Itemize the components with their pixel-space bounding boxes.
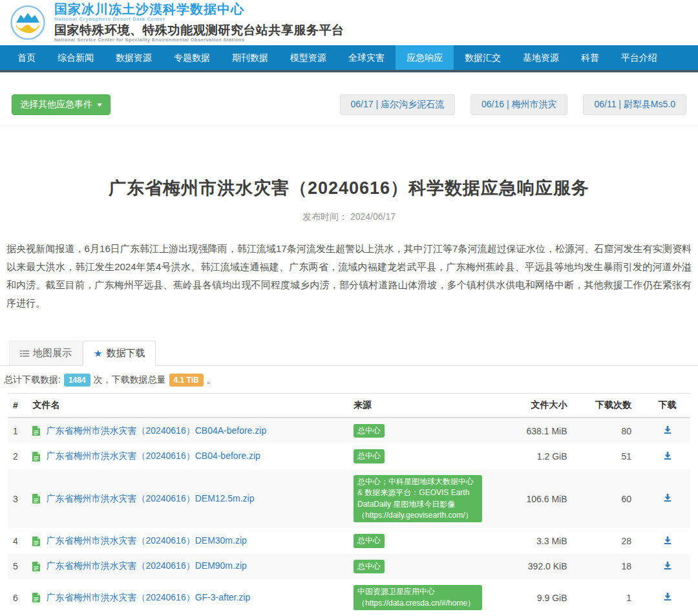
nav-item[interactable]: 期刊数据 [221,45,279,70]
file-link[interactable]: 广东省梅州市洪水灾害（20240616）DEM30m.zip [46,535,246,547]
download-total-badge: 4.1 TiB [169,374,204,387]
event-summary: 据央视新闻报道，6月16日广东韩江上游出现强降雨，韩江流域17条河流发生超警以上… [6,240,692,312]
col-source: 来源 [348,394,487,418]
source-badge: 中国资源卫星应用中心（https://data.cresda.cn/#/home… [354,585,482,610]
table-header-row: # 文件名 来源 文件大小 下载次数 下载 [8,394,690,418]
table-row: 1 广 [8,418,690,443]
nav-item[interactable]: 科普 [570,45,610,70]
tab-map-label: 地图展示 [33,347,72,359]
row-seq: 2 [8,443,27,469]
file-icon [32,452,41,462]
tab-data-download[interactable]: ★ 数据下载 [83,341,156,366]
tab-map-display[interactable]: 地图展示 [9,341,83,365]
file-link[interactable]: 广东省梅州市洪水灾害（20240616）DEM90m.zip [46,560,246,572]
row-seq: 6 [8,579,27,616]
row-seq: 4 [8,528,27,553]
main-nav: 首页综合新闻数据资源专题数据期刊数据模型资源全球灾害应急响应数据汇交基地资源科普… [0,45,698,72]
download-stats: 总计下载数据: 1484 次，下载数据总量 4.1 TiB 。 [4,374,698,387]
col-seq: # [8,394,27,418]
nav-item[interactable]: 首页 [6,45,47,70]
file-icon [32,593,41,602]
nav-item[interactable]: 全球灾害 [337,45,396,70]
page-title: 广东省梅州市洪水灾害（20240616）科学数据应急响应服务 [0,176,698,200]
select-event-label: 选择其他应急事件 [20,99,92,111]
download-count: 18 [573,554,644,579]
source-badge: 总中心 [354,560,385,573]
file-link[interactable]: 广东省梅州市洪水灾害（20240616）DEM12.5m.zip [46,493,254,505]
col-filename: 文件名 [27,394,348,418]
download-icon[interactable] [663,536,672,545]
download-icon[interactable] [663,592,672,601]
table-row: 3 广 [8,469,690,529]
file-link[interactable]: 广东省梅州市洪水灾害（20240616）CB04-before.zip [46,451,260,462]
nav-item[interactable]: 数据汇交 [454,45,512,70]
download-count: 28 [573,528,644,553]
table-row: 5 广 [8,554,690,579]
file-link[interactable]: 广东省梅州市洪水灾害（20240616）CB04A-before.zip [46,425,266,437]
event-chip[interactable]: 06/17 | 庙尔沟乡泥石流 [340,94,455,115]
site-logo-icon[interactable] [10,5,45,40]
row-seq: 3 [8,469,27,529]
event-chip[interactable]: 06/11 | 尉犁县Ms5.0 [583,94,686,115]
file-icon [32,426,41,436]
star-icon: ★ [94,348,102,359]
download-icon[interactable] [663,493,672,502]
site-subtitle-en: National Service Center for Speciality E… [54,37,344,43]
download-icon[interactable] [663,451,672,460]
tab-bar: 地图展示 ★ 数据下载 [0,341,698,366]
file-size: 3.3 MiB [487,528,573,553]
nav-item[interactable]: 专题数据 [163,45,221,70]
col-filesize: 文件大小 [487,394,573,418]
divider [0,125,698,126]
tab-download-label: 数据下载 [106,347,145,359]
download-count: 51 [573,443,644,469]
publish-date: 2024/06/17 [350,211,396,222]
file-size: 638.1 MiB [487,418,573,443]
download-count: 1 [573,579,644,616]
source-badge: 总中心 [354,424,385,438]
file-size: 9.9 GiB [487,579,573,616]
source-badge: 总中心 [354,449,385,463]
file-icon [32,562,41,571]
main-content: 广东省梅州市洪水灾害（20240616）科学数据应急响应服务 发布时间： 202… [0,176,698,616]
events-row: 选择其他应急事件 06/17 | 庙尔沟乡泥石流06/16 | 梅州市洪灾06/… [0,94,698,115]
download-count: 60 [573,469,644,529]
caret-down-icon [97,103,102,107]
nav-item[interactable]: 平台介绍 [610,45,668,70]
download-table: # 文件名 来源 文件大小 下载次数 下载 1 [8,393,690,616]
source-badge: 总中心 [354,534,385,547]
list-icon [20,350,29,357]
site-header: 国家冰川冻土沙漠科学数据中心 National Cryosphere Deser… [0,0,698,45]
download-count: 80 [573,418,644,443]
stats-prefix: 总计下载数据: [4,374,61,386]
download-icon[interactable] [663,425,672,434]
table-row: 2 广 [8,443,690,469]
site-title-en: National Cryosphere Desert Data Center [54,17,344,22]
col-downloads: 下载次数 [573,394,644,418]
file-icon [32,536,41,546]
stats-middle: 次，下载数据总量 [94,374,166,386]
table-row: 6 广 [8,579,690,616]
nav-item[interactable]: 数据资源 [105,45,163,70]
stats-suffix: 。 [207,374,216,386]
file-link[interactable]: 广东省梅州市洪水灾害（20240616）GF-3-after.zip [46,592,250,604]
nav-item[interactable]: 基地资源 [512,45,570,70]
source-badge: 总中心；中科星图地球大数据中心 & 数据来源平台：GEOVIS Earth Da… [354,475,482,523]
publish-label: 发布时间： [302,211,348,222]
table-row: 4 广 [8,528,690,553]
site-title-cn: 国家冰川冻土沙漠科学数据中心 [54,3,344,16]
row-seq: 1 [8,418,27,443]
event-chips: 06/17 | 庙尔沟乡泥石流06/16 | 梅州市洪灾06/11 | 尉犁县M… [340,94,686,115]
nav-item[interactable]: 模型资源 [279,45,337,70]
download-icon[interactable] [663,561,672,570]
file-icon [32,494,41,504]
download-count-badge: 1484 [64,374,90,387]
nav-item[interactable]: 应急响应 [396,45,454,70]
publish-time: 发布时间： 2024/06/17 [0,211,698,223]
select-event-button[interactable]: 选择其他应急事件 [12,94,111,115]
event-chip[interactable]: 06/16 | 梅州市洪灾 [471,94,567,115]
nav-item[interactable]: 综合新闻 [47,45,105,70]
file-size: 392.0 KiB [487,554,573,579]
col-download: 下载 [644,394,690,418]
file-size: 106.6 MiB [487,469,573,529]
